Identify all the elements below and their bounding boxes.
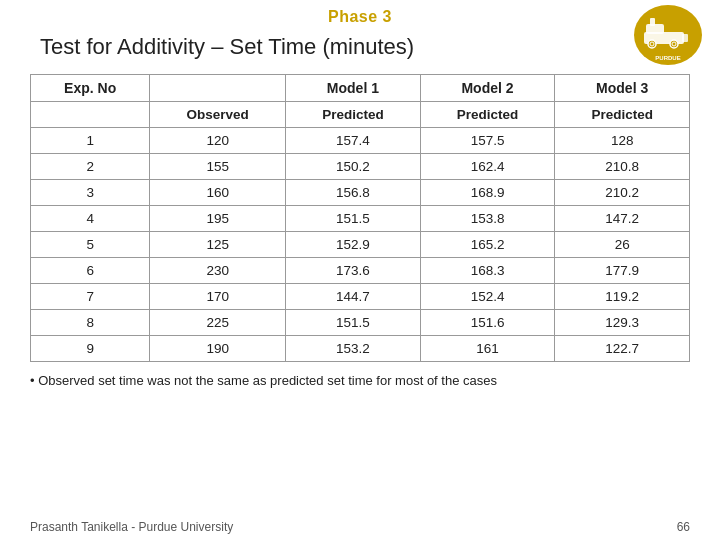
svg-rect-8: [682, 34, 688, 42]
cell-observed: 170: [150, 284, 286, 310]
cell-model2: 165.2: [420, 232, 555, 258]
table-row: 7 170 144.7 152.4 119.2: [31, 284, 690, 310]
cell-model2: 157.5: [420, 128, 555, 154]
cell-observed: 155: [150, 154, 286, 180]
page-footer: Prasanth Tanikella - Purdue University 6…: [0, 520, 720, 534]
svg-rect-5: [650, 18, 655, 26]
table-row: 9 190 153.2 161 122.7: [31, 336, 690, 362]
svg-point-6: [650, 42, 654, 46]
table-row: 3 160 156.8 168.9 210.2: [31, 180, 690, 206]
table-row: 1 120 157.4 157.5 128: [31, 128, 690, 154]
cell-model2: 153.8: [420, 206, 555, 232]
cell-observed: 225: [150, 310, 286, 336]
cell-model1: 151.5: [286, 206, 421, 232]
page-title: Test for Additivity – Set Time (minutes): [40, 34, 720, 60]
cell-observed: 195: [150, 206, 286, 232]
cell-model1: 156.8: [286, 180, 421, 206]
cell-model3: 210.2: [555, 180, 690, 206]
col-expno-header: Exp. No: [31, 75, 150, 102]
cell-exp: 3: [31, 180, 150, 206]
cell-model1: 152.9: [286, 232, 421, 258]
cell-model2: 152.4: [420, 284, 555, 310]
col-observed-sub: Observed: [150, 102, 286, 128]
col-expno-sub: [31, 102, 150, 128]
col-model2-header: Model 2: [420, 75, 555, 102]
cell-exp: 6: [31, 258, 150, 284]
cell-model3: 26: [555, 232, 690, 258]
col-blank-header: [150, 75, 286, 102]
col-predicted1-sub: Predicted: [286, 102, 421, 128]
cell-model3: 122.7: [555, 336, 690, 362]
data-table: Exp. No Model 1 Model 2 Model 3 Observed…: [30, 74, 690, 362]
cell-exp: 2: [31, 154, 150, 180]
cell-model3: 128: [555, 128, 690, 154]
cell-exp: 1: [31, 128, 150, 154]
cell-exp: 8: [31, 310, 150, 336]
col-model1-header: Model 1: [286, 75, 421, 102]
table-row: 4 195 151.5 153.8 147.2: [31, 206, 690, 232]
cell-observed: 190: [150, 336, 286, 362]
cell-model2: 162.4: [420, 154, 555, 180]
table-row: 2 155 150.2 162.4 210.8: [31, 154, 690, 180]
cell-model2: 168.9: [420, 180, 555, 206]
col-model3-header: Model 3: [555, 75, 690, 102]
table-row: 6 230 173.6 168.3 177.9: [31, 258, 690, 284]
cell-model1: 157.4: [286, 128, 421, 154]
cell-model3: 177.9: [555, 258, 690, 284]
observation-note: • Observed set time was not the same as …: [30, 372, 690, 390]
cell-model1: 173.6: [286, 258, 421, 284]
cell-exp: 5: [31, 232, 150, 258]
cell-model3: 129.3: [555, 310, 690, 336]
cell-exp: 9: [31, 336, 150, 362]
footer-page: 66: [677, 520, 690, 534]
table-row: 8 225 151.5 151.6 129.3: [31, 310, 690, 336]
svg-point-7: [672, 42, 676, 46]
col-predicted3-sub: Predicted: [555, 102, 690, 128]
cell-model3: 147.2: [555, 206, 690, 232]
cell-model1: 151.5: [286, 310, 421, 336]
svg-text:PURDUE: PURDUE: [655, 55, 680, 61]
svg-rect-2: [646, 24, 664, 34]
cell-exp: 7: [31, 284, 150, 310]
cell-observed: 125: [150, 232, 286, 258]
cell-model1: 150.2: [286, 154, 421, 180]
cell-model2: 161: [420, 336, 555, 362]
cell-observed: 230: [150, 258, 286, 284]
cell-observed: 120: [150, 128, 286, 154]
purdue-logo: PURDUE: [632, 4, 704, 69]
cell-model1: 144.7: [286, 284, 421, 310]
table-row: 5 125 152.9 165.2 26: [31, 232, 690, 258]
footer-credit: Prasanth Tanikella - Purdue University: [30, 520, 233, 534]
cell-model2: 168.3: [420, 258, 555, 284]
cell-model1: 153.2: [286, 336, 421, 362]
col-predicted2-sub: Predicted: [420, 102, 555, 128]
cell-observed: 160: [150, 180, 286, 206]
cell-model3: 119.2: [555, 284, 690, 310]
phase-label: Phase 3: [0, 0, 720, 26]
cell-exp: 4: [31, 206, 150, 232]
cell-model3: 210.8: [555, 154, 690, 180]
cell-model2: 151.6: [420, 310, 555, 336]
